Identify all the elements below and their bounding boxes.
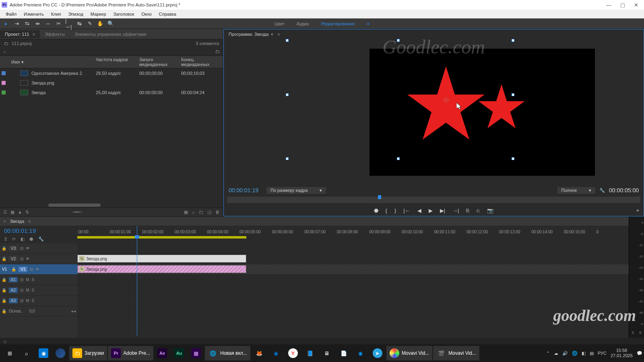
taskbar-mediaencoder[interactable]: ▦ [188,346,204,360]
taskbar-chrome[interactable]: 🌐Новая вкл... [205,346,250,360]
tray-clock[interactable]: 15:5827.01.2025 [611,348,633,358]
anchor-point-icon[interactable] [444,97,448,102]
rolling-tool-icon[interactable]: ⇹ [34,20,41,27]
menu-file[interactable]: Файл [2,11,20,17]
taskbar-app[interactable]: 📘 [302,346,318,360]
selection-handle[interactable] [512,93,514,96]
tray-cloud-icon[interactable]: ☁ [554,351,558,356]
maximize-button[interactable]: ▢ [620,2,625,8]
panel-menu-icon[interactable]: ≡ [33,32,35,37]
chevron-icon[interactable]: ▸◂ [72,309,76,313]
tab-effects[interactable]: Эффекты [40,30,70,38]
ripple-tool-icon[interactable]: ⇆ [23,20,31,27]
project-item[interactable]: Звезда 25,00 кадр/с 00:00:00:00 00:00:04… [0,88,223,97]
timeline-settings-icon[interactable]: ⬣ [29,237,33,242]
razor-tool-icon[interactable]: ✂ [55,20,62,27]
lock-icon[interactable]: 🔒 [11,267,16,272]
selection-handle[interactable] [286,157,289,160]
selection-handle[interactable] [397,157,400,160]
taskbar-premiere[interactable]: PrAdobe Pre... [108,346,153,360]
track-lane-a1[interactable] [77,275,629,285]
mark-out-button[interactable]: } [394,208,396,214]
eye-icon[interactable]: 👁 [26,246,30,251]
taskbar-telegram[interactable]: ➤ [369,346,386,360]
taskbar-audition[interactable]: Au [171,346,187,360]
slide-tool-icon[interactable]: ↹ [76,20,83,27]
selection-handle[interactable] [286,93,289,96]
button-editor-icon[interactable]: ＋ [635,207,640,214]
work-area-bar[interactable] [77,236,246,239]
lock-icon[interactable]: 🔒 [2,298,6,303]
track-header-a3[interactable]: 🔒A3⊟MS [0,296,77,306]
tray-icon[interactable]: ▤ [590,351,594,356]
track-select-icon[interactable]: ⇥ [13,20,20,27]
menu-edit[interactable]: Изменить [21,11,47,17]
col-end[interactable]: Конец медиаданных [181,57,217,67]
panel-menu-icon[interactable]: ≡ [28,219,31,224]
panel-close-icon[interactable]: × [3,219,6,224]
playhead-icon[interactable] [378,195,381,199]
menu-marker[interactable]: Маркер [87,11,109,17]
taskbar-app[interactable]: 🖥 [319,346,335,360]
workspace-color[interactable]: Цвет [275,21,285,26]
source-patch-v1[interactable]: V1 [0,267,9,272]
toggle-output-icon[interactable]: ⊟ [30,267,33,272]
track-header-v1[interactable]: V1🔒V1⊟👁 [0,264,77,275]
close-button[interactable]: ✕ [634,2,638,8]
selection-handle[interactable] [286,39,289,42]
timeline-clip[interactable]: fxЗвезда.png [77,265,246,273]
menu-window[interactable]: Окно [138,11,155,17]
menu-title[interactable]: Заголовок [110,11,138,17]
play-button[interactable]: ▶ [429,208,433,214]
col-start[interactable]: Запуск медиаданных [139,57,181,67]
freeform-view-icon[interactable]: ▲ [18,210,22,215]
taskbar-firefox[interactable]: 🦊 [251,346,267,360]
workspace-menu-icon[interactable]: ≡ [367,21,369,26]
program-monitor[interactable]: Goodlec.com [224,39,644,185]
track-lane-v3[interactable] [77,243,629,254]
snap-icon[interactable]: ⊻ [4,237,7,242]
track-header-a1[interactable]: 🔒A1⊟MS [0,275,77,285]
timeline-playhead[interactable] [137,226,137,336]
go-to-in-button[interactable]: |← [403,208,410,214]
taskbar-edge[interactable]: ◉ [268,346,284,360]
extract-button[interactable]: ⎌ [477,208,480,214]
track-header-master[interactable]: 🔒Основ..0,0▸◂ [0,306,77,317]
timeline-tracks[interactable]: fxЗвезда.png fxЗвезда.png [77,243,629,338]
new-bin-icon[interactable]: 🗀 [199,210,203,215]
trash-icon[interactable]: 🗑 [215,210,220,215]
new-bin-icon[interactable]: 🗀 [215,49,220,54]
project-item[interactable]: Звезда.png [0,78,223,88]
solo-right[interactable]: S [639,331,642,335]
lock-icon[interactable]: 🔒 [2,288,6,292]
step-back-button[interactable]: ◀ [417,208,421,214]
selection-handle[interactable] [512,39,514,42]
project-item[interactable]: Одноэтажная Америка 2. 28,50 кадр/с 00;0… [0,68,223,78]
selection-tool-icon[interactable]: ▸ [2,20,10,27]
program-scrubber[interactable] [227,197,640,203]
tab-program[interactable]: Программа: Звезда [229,32,268,37]
search-icon[interactable]: ⌕ [3,49,6,54]
wrench-icon[interactable]: 🔧 [38,237,44,242]
tray-notifications-icon[interactable]: 💬 [637,351,642,356]
lock-icon[interactable]: 🔒 [2,309,6,313]
taskbar-app[interactable]: ◉ [35,346,52,360]
sort-icon[interactable]: ⇅ [25,210,29,215]
taskbar-app[interactable]: ◉ [353,346,369,360]
fx-badge[interactable]: fx [79,256,85,261]
taskbar-yandex[interactable]: Y [285,346,301,360]
lock-icon[interactable]: 🔒 [2,246,6,251]
list-view-icon[interactable]: ☰ [3,210,7,215]
video-preview[interactable] [369,49,595,176]
track-lane-v1[interactable]: fxЗвезда.png [77,264,629,275]
menu-clip[interactable]: Клип [48,11,64,17]
add-marker-button[interactable]: ⬣ [374,208,378,214]
taskbar-movavi2[interactable]: 🎬Movavi Vid... [433,346,479,360]
step-forward-button[interactable]: ▶| [440,208,445,214]
tray-language[interactable]: РУС [598,351,607,356]
track-lane-a3[interactable] [77,296,629,306]
export-frame-button[interactable]: 📷 [487,208,493,214]
toggle-output-icon[interactable]: ⊟ [20,298,23,303]
tray-chevron-icon[interactable]: ⌃ [546,351,550,356]
tray-network-icon[interactable]: 🌐 [572,351,578,356]
